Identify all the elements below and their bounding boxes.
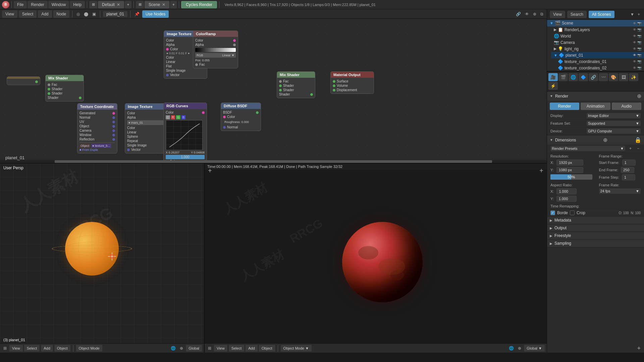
tree-item-scene[interactable]: ▼ 🎬 Scene 👁 📷 bbox=[547, 20, 644, 26]
add-workspace[interactable]: + bbox=[125, 1, 131, 8]
node-material-output[interactable]: Material Output Surface Volume Displacem… bbox=[330, 71, 374, 94]
node-rgb-curves[interactable]: RGB Curves Color C R G B bbox=[163, 103, 207, 164]
tree-item-renderlayers[interactable]: ▶ 📋 RenderLayers 👁 📷 bbox=[551, 26, 644, 33]
vp-snap-btn[interactable]: Global bbox=[186, 345, 202, 352]
engine-select[interactable]: Cycles Render bbox=[181, 1, 217, 8]
scene-search-btn[interactable]: Search bbox=[567, 11, 587, 18]
aspect-y-input[interactable] bbox=[556, 196, 577, 202]
node-mix-shader-1[interactable]: Mix Shader Fac Shader Shader Shader bbox=[45, 75, 84, 102]
node-select-btn[interactable]: Select bbox=[19, 10, 37, 18]
scene-view-btn[interactable]: View bbox=[550, 11, 565, 18]
prop-tab-render[interactable]: 🎥 bbox=[548, 73, 558, 81]
add-scene[interactable]: + bbox=[170, 1, 177, 8]
tree-item-tex-coord-01[interactable]: 🔷 texture_coordinates_01 👁 📷 bbox=[555, 58, 644, 65]
render-render-btn[interactable]: Render bbox=[550, 103, 579, 110]
prop-tab-constraints[interactable]: 🔗 bbox=[589, 73, 598, 81]
prop-tab-material[interactable]: 🎨 bbox=[609, 73, 618, 81]
freestyle-header[interactable]: ▶ Freestyle bbox=[547, 232, 644, 239]
scene-tab[interactable]: Scene ✕ bbox=[145, 1, 169, 8]
framerate-dropdown[interactable]: 24 fps ▼ bbox=[599, 188, 641, 194]
node-icon-2[interactable]: ⬤ bbox=[83, 11, 90, 17]
tree-item-light-rig[interactable]: ▶ 💡 light_rig 👁 📷 bbox=[551, 46, 644, 52]
res-x-input[interactable] bbox=[556, 160, 583, 166]
vp-object-btn[interactable]: Object bbox=[54, 345, 70, 352]
filter-icon[interactable]: ▼ bbox=[629, 11, 636, 17]
vpr-mode-btn[interactable]: Object Mode ▼ bbox=[281, 345, 312, 352]
render-section-add[interactable]: ⊕ bbox=[637, 93, 641, 99]
viewport-split-btn[interactable]: + bbox=[208, 167, 212, 175]
vp-mode-btn[interactable]: Object Mode bbox=[76, 345, 102, 352]
output-header[interactable]: ▶ Output bbox=[547, 224, 644, 232]
render-section-header[interactable]: ▼ Render ⊕ bbox=[547, 92, 644, 101]
menu-help[interactable]: Help bbox=[70, 1, 85, 8]
workspace-tab[interactable]: Default ✕ bbox=[98, 1, 124, 8]
node-add-btn[interactable]: Add bbox=[38, 10, 52, 18]
display-dropdown[interactable]: Image Editor ▼ bbox=[587, 113, 641, 118]
vp-view-btn[interactable]: View bbox=[9, 345, 23, 352]
prop-tab-data[interactable]: 〰 bbox=[599, 73, 608, 81]
scene-add-icon[interactable]: + bbox=[636, 11, 641, 17]
node-editor[interactable]: View Select Add Node ◎ ⬤ ▣ planet_01 📌 U… bbox=[0, 9, 547, 164]
node-texture-coord[interactable]: Texture Coordinate Generated Normal UV O… bbox=[77, 103, 117, 154]
vpr-xform-icon[interactable]: ⊕ bbox=[517, 345, 523, 351]
dim-section-lock[interactable]: 🔒 bbox=[635, 137, 641, 143]
start-frame-input[interactable] bbox=[622, 160, 636, 166]
vpr-object-btn[interactable]: Object bbox=[259, 345, 275, 352]
vp-snap-icon[interactable]: 🌐 bbox=[169, 345, 177, 351]
menu-file[interactable]: File bbox=[14, 1, 27, 8]
presets-del-btn[interactable]: − bbox=[636, 145, 641, 152]
feature-set-dropdown[interactable]: Supported ▼ bbox=[587, 121, 641, 126]
node-icon-3[interactable]: ▣ bbox=[91, 11, 97, 17]
vpr-snap-icon[interactable]: 🌐 bbox=[507, 345, 515, 351]
node-snap-icon[interactable]: 🔗 bbox=[515, 11, 522, 17]
menu-window[interactable]: Window bbox=[48, 1, 69, 8]
vpr-add-btn[interactable]: Add bbox=[246, 345, 258, 352]
dim-section-add[interactable]: ⊕ bbox=[603, 137, 607, 143]
dimensions-header[interactable]: ▼ Dimensions ⊕ 🔒 bbox=[547, 135, 644, 144]
vp-select-btn[interactable]: Select bbox=[24, 345, 40, 352]
scene-close[interactable]: ✕ bbox=[162, 2, 165, 7]
prop-tab-physics[interactable]: ⚡ bbox=[548, 82, 558, 90]
vp-add-btn[interactable]: Add bbox=[41, 345, 53, 352]
render-audio-btn[interactable]: Audio bbox=[612, 103, 641, 110]
res-percent-bar[interactable]: 50% bbox=[550, 174, 592, 180]
vpr-select-btn[interactable]: Select bbox=[229, 345, 245, 352]
vp-icon-btn[interactable]: ⊞ bbox=[2, 345, 8, 351]
vpr-view-btn[interactable]: View bbox=[214, 345, 227, 352]
layout-icon-2[interactable]: ⊞ bbox=[136, 1, 144, 8]
sampling-header[interactable]: ▶ Sampling bbox=[547, 240, 644, 247]
device-dropdown[interactable]: GPU Compute ▼ bbox=[587, 128, 641, 134]
node-copy-icon[interactable]: ⧉ bbox=[539, 11, 545, 17]
node-mix-shader-2[interactable]: Mix Shader Fac Shader Shader Shader bbox=[277, 71, 315, 98]
node-view-icon[interactable]: 👁 bbox=[524, 11, 530, 17]
viewport-3d[interactable]: User Persp 人人素材 RRCG bbox=[0, 164, 205, 353]
end-frame-input[interactable] bbox=[621, 167, 634, 173]
viewport-add-btn[interactable]: + bbox=[539, 167, 543, 175]
render-animation-btn[interactable]: Animation bbox=[581, 103, 610, 110]
node-output-1[interactable] bbox=[7, 76, 40, 85]
prop-tab-texture[interactable]: 🖼 bbox=[619, 73, 628, 81]
border-checkbox[interactable]: ✓ bbox=[550, 210, 555, 215]
vp-xform-icon[interactable]: ⊕ bbox=[178, 345, 184, 351]
crop-checkbox[interactable] bbox=[570, 210, 575, 215]
node-type-icon[interactable]: ◎ bbox=[75, 11, 81, 17]
node-scrollbar[interactable] bbox=[0, 160, 547, 163]
layout-icon-btn[interactable]: ⊞ bbox=[89, 1, 97, 8]
right-panel-add-btn[interactable]: + bbox=[637, 345, 641, 352]
tree-item-planet[interactable]: ▼ 🔷 planet_01 👁 📷 bbox=[551, 52, 644, 58]
use-nodes-btn[interactable]: Use Nodes bbox=[142, 10, 169, 18]
prop-tab-scene[interactable]: 🎬 bbox=[558, 73, 568, 81]
prop-tab-particles[interactable]: ✨ bbox=[629, 73, 638, 81]
res-y-input[interactable] bbox=[556, 167, 583, 173]
metadata-header[interactable]: ▶ Metadata bbox=[547, 217, 644, 224]
node-image-texture-2[interactable]: Image Texture Color Alpha ● mars_01 Colo… bbox=[125, 103, 168, 154]
node-diffuse-bsdf[interactable]: Diffuse BSDF BSDF Color Roughness: 0.000… bbox=[221, 103, 261, 131]
scene-all-scenes-btn[interactable]: All Scenes bbox=[589, 11, 614, 18]
node-color-ramp[interactable]: ColorRamp Color Alpha RGBLinear ▼ Pos: 0… bbox=[193, 31, 238, 68]
node-more-icon[interactable]: ⊕ bbox=[532, 11, 538, 17]
workspace-add[interactable]: ✕ bbox=[117, 2, 120, 7]
node-view-btn[interactable]: View bbox=[2, 10, 17, 18]
prop-tab-object[interactable]: 🔷 bbox=[579, 73, 588, 81]
render-presets-dropdown[interactable]: Render Presets ▼ bbox=[550, 146, 625, 151]
tree-item-world[interactable]: 🌐 World 👁 📷 bbox=[551, 33, 644, 39]
